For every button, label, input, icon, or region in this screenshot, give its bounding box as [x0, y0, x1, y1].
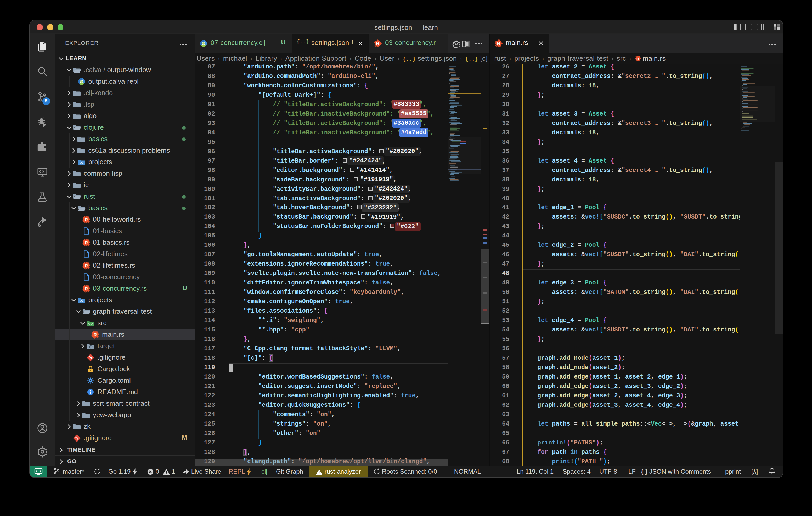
svg-text:R: R	[376, 41, 379, 46]
svg-text:R: R	[85, 263, 88, 268]
svg-text:R: R	[85, 240, 88, 245]
svg-text:R: R	[94, 332, 97, 337]
svg-text:R: R	[636, 57, 639, 61]
svg-text:R: R	[497, 41, 500, 46]
svg-text:R: R	[85, 286, 88, 291]
svg-text:R: R	[85, 217, 88, 222]
